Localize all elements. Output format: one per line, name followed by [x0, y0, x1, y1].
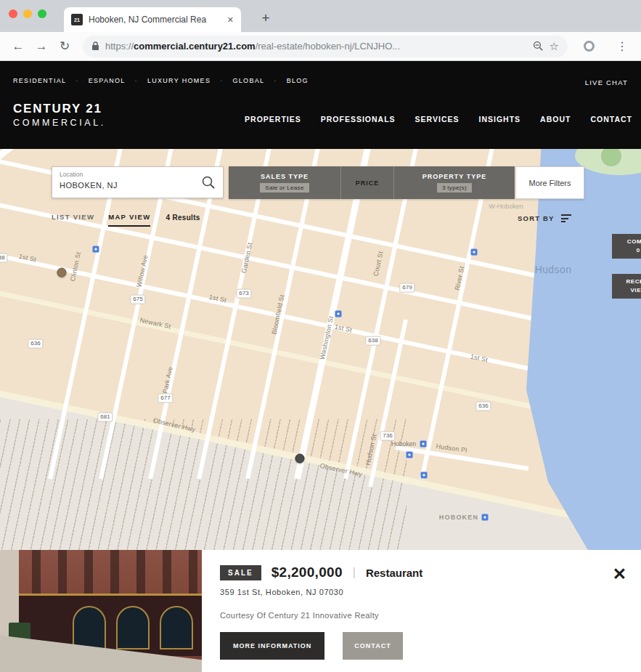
- window-zoom-button[interactable]: [38, 9, 46, 18]
- main-nav-item-properties[interactable]: PROPERTIES: [245, 115, 301, 124]
- water-label-hudson: Hudson: [535, 264, 572, 275]
- forward-button[interactable]: →: [32, 39, 51, 54]
- transit-station-icon[interactable]: [471, 249, 478, 256]
- compare-count: 0 / 4: [615, 246, 641, 255]
- browser-window: 21 Hoboken, NJ Commercial Rea ✕ + ← → ↻ …: [0, 0, 641, 672]
- compare-label: COMPARE: [615, 238, 641, 246]
- bookmark-star-icon[interactable]: ☆: [550, 40, 559, 53]
- route-shield-636: 636: [28, 339, 43, 349]
- location-label: Location: [60, 171, 83, 178]
- sort-by-label: SORT BY: [518, 214, 555, 222]
- contact-button[interactable]: CONTACT: [343, 632, 402, 660]
- site-header: RESIDENTIALESPANOLLUXURY HOMESGLOBALBLOG…: [0, 61, 641, 149]
- logo-line2: COMMERCIAL.: [13, 118, 106, 128]
- route-shield-679: 679: [399, 283, 415, 293]
- divider: |: [353, 566, 356, 579]
- map-label-clinton-st: Clinton St: [69, 251, 82, 282]
- transit-station-icon[interactable]: [335, 311, 342, 317]
- extension-icon[interactable]: [584, 41, 595, 52]
- courtesy-text: Courtesy Of Century 21 Innovative Realty: [220, 611, 623, 620]
- logo-line1: CENTURY 21: [13, 102, 106, 116]
- photo-windows: [15, 550, 202, 594]
- address-bar[interactable]: https://commercial.century21.com/real-es…: [83, 36, 568, 57]
- main-nav-item-insights[interactable]: INSIGHTS: [479, 115, 521, 124]
- property-type-label: PROPERTY TYPE: [422, 173, 486, 180]
- lock-icon: [91, 41, 99, 51]
- price-label: PRICE: [356, 179, 380, 187]
- route-shield-677: 677: [158, 394, 173, 403]
- sales-type-label: SALES TYPE: [261, 173, 309, 180]
- browser-toolbar: ← → ↻ https://commercial.century21.com/r…: [0, 32, 641, 61]
- map-label-court-st: Court St: [372, 251, 385, 277]
- window-minimize-button[interactable]: [23, 9, 32, 18]
- map-label-hoboken: HOBOKEN: [439, 514, 478, 521]
- sort-by-control[interactable]: SORT BY: [518, 214, 571, 222]
- utility-nav-item-espanol[interactable]: ESPANOL: [89, 77, 147, 84]
- transit-station-icon[interactable]: [407, 452, 413, 458]
- route-shield-675: 675: [130, 295, 145, 304]
- map-label-park-ave: Park Ave: [161, 366, 174, 394]
- transit-station-icon[interactable]: [93, 246, 99, 253]
- route-shield-681: 681: [97, 413, 113, 422]
- view-tabs: LIST VIEW MAP VIEW 4 Results: [52, 213, 200, 227]
- main-nav-item-services[interactable]: SERVICES: [415, 115, 460, 124]
- site-favicon-icon: 21: [71, 14, 83, 25]
- close-card-icon[interactable]: ✕: [613, 564, 626, 584]
- url-path: /real-estate/hoboken-nj/LCNJHO...: [256, 41, 400, 52]
- transit-station-icon[interactable]: [482, 514, 489, 521]
- price-filter[interactable]: PRICE: [341, 166, 393, 199]
- property-price: $2,200,000: [271, 564, 343, 580]
- more-filters-button[interactable]: More Filters: [515, 166, 584, 199]
- location-input[interactable]: HOBOKEN, NJ: [60, 181, 118, 190]
- new-tab-button[interactable]: +: [256, 8, 276, 28]
- route-shield-636: 636: [475, 402, 491, 411]
- more-information-button[interactable]: MORE INFORMATION: [220, 632, 324, 660]
- recently-viewed-label1: RECENTLY: [615, 278, 641, 286]
- url-domain: commercial.century21.com: [134, 41, 256, 52]
- property-details: SALE $2,200,000 | Restaurant 359 1st St,…: [202, 550, 641, 672]
- tab-close-icon[interactable]: ✕: [227, 15, 234, 25]
- utility-nav-item-global[interactable]: GLOBAL: [233, 77, 287, 84]
- map-label-bloomfield-st: Bloomfield St: [270, 294, 285, 335]
- utility-nav-item-blog[interactable]: BLOG: [287, 77, 309, 84]
- main-nav-item-contact[interactable]: CONTACT: [590, 115, 632, 124]
- location-search-box[interactable]: Location HOBOKEN, NJ: [52, 166, 224, 198]
- tab-map-view[interactable]: MAP VIEW: [108, 213, 150, 227]
- filter-bar: SALES TYPE Sale or Lease PRICE PROPERTY …: [229, 166, 584, 199]
- utility-nav-item-luxury-homes[interactable]: LUXURY HOMES: [147, 77, 233, 84]
- transit-station-icon[interactable]: [421, 472, 428, 479]
- main-nav-item-professionals[interactable]: PROFESSIONALS: [321, 115, 396, 124]
- sales-type-value-badge: Sale or Lease: [260, 183, 309, 193]
- recently-viewed-tab[interactable]: RECENTLY VIEWED: [612, 274, 641, 299]
- compare-tab[interactable]: COMPARE 0 / 4: [612, 234, 641, 259]
- property-type: Restaurant: [366, 567, 422, 579]
- reload-button[interactable]: ↻: [55, 39, 74, 54]
- map-labels-layer: Clinton StWillow AveGarden StPark AveBlo…: [0, 149, 641, 550]
- tab-title: Hoboken, NJ Commercial Rea: [89, 15, 221, 25]
- search-icon[interactable]: [201, 175, 216, 193]
- live-chat-button[interactable]: LIVE CHAT: [585, 78, 628, 86]
- url-text: https://commercial.century21.com/real-es…: [105, 41, 527, 52]
- window-close-button[interactable]: [9, 9, 17, 18]
- main-nav: PROPERTIESPROFESSIONALSSERVICESINSIGHTSA…: [245, 115, 632, 124]
- utility-nav-item-residential[interactable]: RESIDENTIAL: [13, 77, 89, 84]
- recently-viewed-label2: VIEWED: [615, 286, 641, 295]
- property-photo[interactable]: [0, 550, 202, 672]
- tab-list-view[interactable]: LIST VIEW: [52, 213, 94, 225]
- property-type-value-badge: 3 type(s): [437, 183, 472, 193]
- map-view[interactable]: Clinton StWillow AveGarden StPark AveBlo…: [0, 149, 641, 550]
- zoom-icon[interactable]: [533, 41, 544, 52]
- route-shield-638: 638: [0, 254, 8, 263]
- map-label-1st-st: 1st St: [208, 294, 227, 304]
- transit-station-icon[interactable]: [420, 441, 427, 448]
- main-nav-item-about[interactable]: ABOUT: [540, 115, 571, 124]
- property-map-marker[interactable]: [57, 268, 67, 278]
- sales-type-filter[interactable]: SALES TYPE Sale or Lease: [229, 166, 340, 199]
- back-button[interactable]: ←: [9, 39, 28, 54]
- property-map-marker[interactable]: [295, 454, 305, 463]
- browser-tab[interactable]: 21 Hoboken, NJ Commercial Rea ✕: [64, 7, 241, 32]
- browser-menu-icon[interactable]: ⋮: [616, 39, 628, 53]
- century21-logo[interactable]: CENTURY 21 COMMERCIAL.: [13, 102, 106, 128]
- property-type-filter[interactable]: PROPERTY TYPE 3 type(s): [394, 166, 515, 199]
- route-shield-638: 638: [365, 336, 380, 346]
